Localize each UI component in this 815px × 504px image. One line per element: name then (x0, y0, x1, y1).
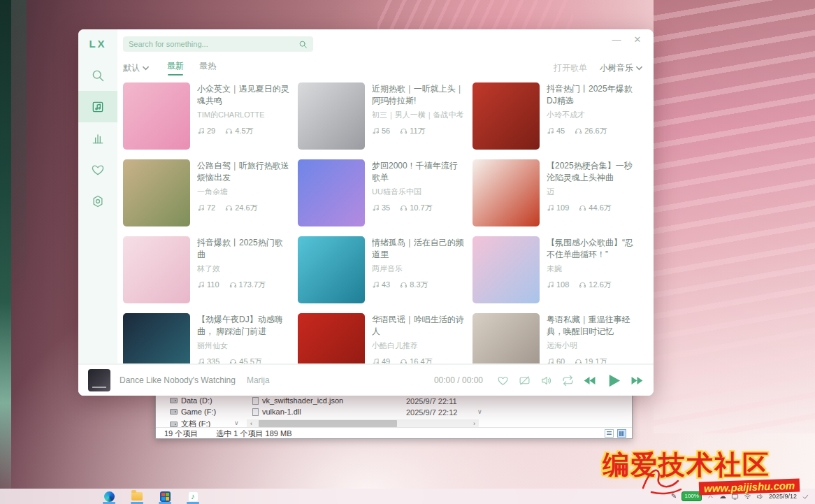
play-count-icon (400, 127, 408, 135)
sidebar-item-love[interactable] (78, 154, 117, 185)
selection-info: 选中 1 个项目 189 MB (216, 429, 291, 439)
now-playing-title[interactable]: Dance Like Nobody's Watching (120, 375, 236, 385)
playlist-stats: 56 11万 (372, 126, 466, 136)
playlist-title[interactable]: 【2025热梗合集】一秒沦陷灵魂上头神曲 (547, 160, 640, 184)
taskbar-explorer-button[interactable] (130, 489, 144, 504)
playlist-title[interactable]: 华语民谣｜吟唱生活的诗人 (372, 314, 466, 338)
playlist-title[interactable]: 情绪孤岛｜活在自己的频道里 (372, 237, 466, 261)
taskbar-edge-button[interactable] (102, 489, 116, 504)
playlist-cover[interactable] (123, 82, 190, 150)
sidebar-item-songlist[interactable] (78, 91, 117, 122)
search-input[interactable] (129, 40, 298, 48)
play-count-icon (400, 204, 408, 212)
playlist-title[interactable]: 抖音爆款丨2025热门歌曲 (197, 237, 291, 261)
playlist-title[interactable]: 小众英文｜遇见夏日的灵魂共鸣 (197, 83, 291, 107)
sidebar-item-leaderboard[interactable] (78, 122, 117, 154)
next-button[interactable] (630, 374, 644, 387)
file-row[interactable]: vk_swiftshader_icd.json (252, 396, 343, 405)
music-app-window: LX — ✕ 默认 最新 最热 (78, 29, 654, 396)
sidebar-item-settings[interactable] (78, 185, 117, 217)
thumbnail-view-icon[interactable] (617, 429, 626, 438)
minimize-button[interactable]: — (607, 32, 626, 46)
lyrics-off-icon (519, 375, 531, 387)
playlist-stats: 35 10.7万 (372, 203, 466, 213)
playlist-cover[interactable] (298, 82, 365, 150)
playlist-creator: TIM的CHARLOTTE (197, 110, 291, 120)
previous-button[interactable] (583, 374, 596, 387)
playlist-cover[interactable] (473, 236, 540, 303)
search-bar[interactable] (123, 36, 313, 52)
playlist-card[interactable]: 小众英文｜遇见夏日的灵魂共鸣 TIM的CHARLOTTE 29 4.5万 (123, 82, 294, 150)
playlist-title[interactable]: 【劲爆午夜DJ】动感嗨曲， 脚踩油门前进 (197, 314, 291, 338)
volume-button[interactable] (540, 374, 552, 387)
scrollbar-thumb[interactable] (259, 420, 397, 427)
next-icon (630, 374, 644, 387)
playlist-title[interactable]: 【氛围感小众歌曲】“忍不住单曲循环！” (547, 237, 640, 261)
playlist-stats: 108 12.6万 (547, 280, 640, 290)
love-button[interactable] (496, 374, 509, 387)
track-count-icon (372, 281, 380, 289)
sidebar-item-search[interactable] (78, 59, 117, 91)
playlist-stats: 29 4.5万 (197, 126, 291, 136)
play-count: 12.6万 (589, 280, 611, 290)
playlist-card[interactable]: 【2025热梗合集】一秒沦陷灵魂上头神曲 迈 109 44.6万 (473, 159, 643, 226)
drive-item[interactable]: Data (D:) (170, 396, 212, 405)
now-playing-artist[interactable]: Marija (247, 375, 270, 385)
chevron-down-icon (636, 65, 642, 71)
track-count-icon (547, 204, 554, 212)
track-count: 109 (556, 203, 569, 212)
play-count-icon (225, 204, 233, 212)
play-mode-button[interactable] (561, 374, 574, 387)
playlist-title[interactable]: 近期热歌｜一听就上头｜阿玛特拉斯! (372, 83, 466, 107)
details-view-icon[interactable] (605, 429, 614, 438)
playlist-cover[interactable] (123, 236, 190, 303)
close-button[interactable]: ✕ (628, 32, 647, 46)
playlist-creator: UU猫音乐中国 (372, 187, 466, 197)
playlist-title[interactable]: 公路自驾｜听旅行热歌送烦恼出发 (197, 160, 291, 184)
nav-scroll-down-icon[interactable]: ∨ (234, 420, 239, 426)
playlist-card[interactable]: 公路自驾｜听旅行热歌送烦恼出发 一角余塘 72 24.6万 (123, 159, 294, 226)
file-icon (252, 397, 259, 405)
playlist-title[interactable]: 梦回2000！千禧年流行歌单 (372, 160, 466, 184)
tab-hottest[interactable]: 最热 (199, 60, 216, 75)
playlist-cover[interactable] (123, 159, 190, 226)
file-row[interactable]: vulkan-1.dll (252, 408, 301, 416)
now-playing-cover[interactable] (88, 369, 110, 391)
play-count-icon (225, 127, 233, 135)
playlist-card[interactable]: 【氛围感小众歌曲】“忍不住单曲循环！” 未婉 108 12.6万 (473, 236, 643, 303)
list-scroll-down-icon[interactable]: ∨ (477, 409, 482, 415)
playlist-cover[interactable] (298, 159, 365, 226)
playlist-cover[interactable] (298, 236, 365, 303)
playlist-card[interactable]: 梦回2000！千禧年流行歌单 UU猫音乐中国 35 10.7万 (298, 159, 468, 226)
volume-tray-icon[interactable] (756, 493, 764, 501)
playlist-card[interactable]: 近期热歌｜一听就上头｜阿玛特拉斯! 初三｜男人一横｜备战中考 56 11万 (298, 82, 468, 150)
sort-dropdown[interactable]: 默认 (123, 62, 149, 74)
taskbar-clock[interactable]: 2025/9/12 (769, 493, 797, 500)
play-count: 24.6万 (235, 203, 257, 213)
playback-time: 00:00 / 00:00 (434, 375, 483, 385)
source-dropdown[interactable]: 小树音乐 (600, 62, 642, 74)
play-count-icon (400, 281, 408, 289)
playlist-creator: 林了效 (197, 264, 291, 274)
drive-item[interactable]: Game (F:) (170, 408, 216, 416)
playlist-cover[interactable] (473, 159, 540, 226)
playlist-creator: 丽州仙女 (197, 340, 291, 351)
play-count: 4.5万 (235, 126, 253, 136)
notification-icon[interactable] (802, 493, 809, 501)
playlist-card[interactable]: 情绪孤岛｜活在自己的频道里 两岸音乐 43 8.3万 (298, 236, 468, 303)
taskbar-music-button[interactable]: ♪ (186, 489, 200, 504)
play-count: 10.7万 (410, 203, 432, 213)
playlist-cover[interactable] (473, 82, 540, 150)
tab-newest[interactable]: 最新 (167, 60, 184, 75)
track-count: 72 (207, 203, 215, 212)
desktop-lyrics-button[interactable] (518, 374, 531, 387)
watermark-squiggle (637, 460, 686, 496)
play-button[interactable] (605, 373, 621, 389)
playlist-title[interactable]: 粤语私藏｜重温往事经典，唤醒旧时记忆 (547, 314, 640, 338)
playlist-title[interactable]: 抖音热门丨2025年爆款DJ精选 (547, 83, 640, 107)
playlist-card[interactable]: 抖音爆款丨2025热门歌曲 林了效 110 173.7万 (123, 236, 294, 303)
track-count: 35 (382, 203, 390, 212)
taskbar-store-button[interactable] (158, 489, 172, 504)
playlist-card[interactable]: 抖音热门丨2025年爆款DJ精选 小玲不成才 45 26.6万 (473, 82, 643, 150)
open-playlist-button[interactable]: 打开歌单 (554, 62, 587, 74)
